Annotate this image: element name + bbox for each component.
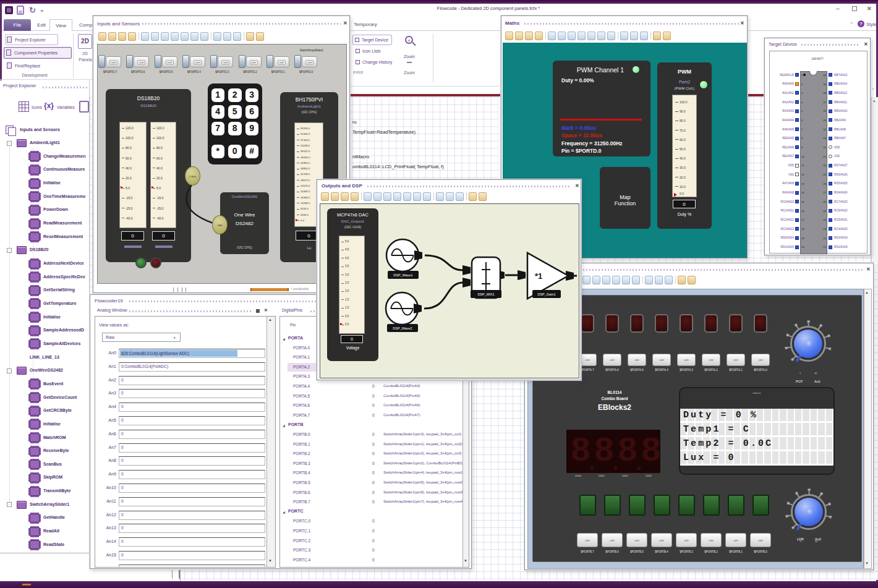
svg-text:DSP_Wave2: DSP_Wave2 <box>393 326 412 330</box>
svg-text:DSP_Gain1: DSP_Gain1 <box>537 292 555 296</box>
svg-text:*1: *1 <box>535 271 542 281</box>
svg-text:DSP_Wave1: DSP_Wave1 <box>393 273 412 277</box>
svg-text:DSP_MIX1: DSP_MIX1 <box>477 292 494 296</box>
